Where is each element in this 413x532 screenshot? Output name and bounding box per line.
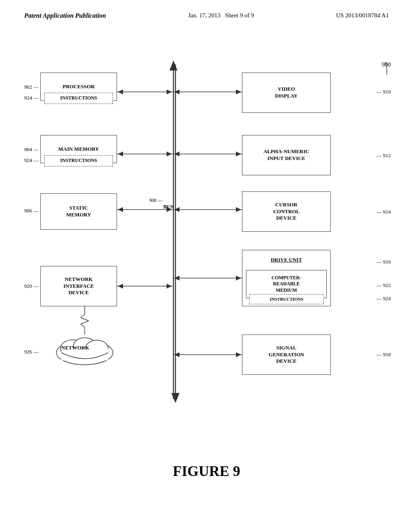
- svg-line-32: [81, 314, 85, 318]
- ref-900: 900: [382, 61, 391, 68]
- svg-marker-8: [118, 152, 123, 156]
- alpha-numeric-label: ALPHA-NUMERICINPUT DEVICE: [263, 148, 309, 162]
- ref-924-drive: — 924: [376, 295, 391, 302]
- ref-920: 920 —: [24, 283, 39, 289]
- drive-unit-box: DRIVE UNIT: [242, 250, 331, 270]
- svg-marker-15: [167, 284, 172, 289]
- page-header: Patent Application Publication Jan. 17, …: [0, 0, 413, 19]
- network-interface-box: NETWORKINTERFACEDEVICE: [40, 266, 117, 306]
- cursor-control-box: CURSORCONTROLDEVICE: [242, 191, 331, 232]
- svg-marker-11: [118, 207, 123, 212]
- figure-caption: FIGURE 9: [0, 463, 413, 480]
- alpha-numeric-box: ALPHA-NUMERICINPUT DEVICE: [242, 135, 331, 175]
- svg-marker-14: [118, 284, 123, 289]
- main-memory-instructions-box: INSTRUCTIONS: [44, 155, 113, 166]
- ref-910: — 910: [376, 89, 391, 95]
- ref-908: 908 —: [149, 197, 163, 204]
- static-memory-label: STATICMEMORY: [66, 205, 91, 218]
- svg-line-34: [81, 321, 89, 324]
- ref-926: 926 —: [24, 349, 39, 355]
- processor-instructions-label: INSTRUCTIONS: [60, 95, 97, 102]
- svg-marker-17: [236, 89, 241, 94]
- video-display-box: VIDEODISPLAY: [242, 73, 331, 113]
- ref-902: 902 —: [24, 84, 39, 90]
- signal-gen-label: SIGNALGENERATIONDEVICE: [269, 345, 304, 365]
- date-sheet-label: Jan. 17, 2013 Sheet 9 of 9: [188, 12, 254, 19]
- svg-marker-3: [171, 393, 179, 403]
- ref-914: — 914: [376, 209, 391, 215]
- ref-906: 906 —: [24, 208, 39, 214]
- ref-912: — 912: [376, 152, 391, 159]
- svg-marker-30: [174, 352, 179, 357]
- drive-instructions-box: INSTRUCTIONS: [249, 294, 324, 304]
- static-memory-box: STATICMEMORY: [40, 193, 117, 230]
- svg-marker-24: [174, 207, 179, 212]
- network-label: NETWORK: [61, 345, 89, 351]
- ref-916: — 916: [376, 259, 391, 265]
- svg-marker-26: [236, 276, 241, 281]
- svg-line-35: [81, 324, 85, 327]
- diagram-area: 900 PROCESSOR INSTRUCTIONS 902 — 924 — M…: [0, 48, 413, 492]
- patent-number-label: US 2013/0018784 A1: [336, 12, 389, 19]
- svg-marker-1: [169, 60, 177, 71]
- ref-924-proc: 924 —: [24, 95, 39, 101]
- cursor-control-label: CURSORCONTROLDEVICE: [273, 202, 300, 222]
- processor-instructions-box: INSTRUCTIONS: [44, 93, 113, 104]
- svg-marker-27: [174, 276, 179, 281]
- svg-marker-23: [236, 207, 241, 212]
- svg-marker-18: [174, 89, 179, 94]
- svg-line-33: [81, 318, 89, 321]
- ref-918: — 918: [376, 351, 391, 358]
- svg-marker-6: [167, 89, 172, 94]
- bus-label: BUS: [163, 204, 173, 210]
- signal-gen-box: SIGNALGENERATIONDEVICE: [242, 335, 331, 375]
- svg-marker-29: [236, 352, 241, 357]
- ref-924-mem: 924 —: [24, 157, 39, 164]
- svg-marker-20: [236, 152, 241, 156]
- publication-label: Patent Application Publication: [24, 12, 106, 19]
- ref-904: 904 —: [24, 146, 39, 153]
- svg-marker-5: [118, 89, 123, 94]
- svg-marker-21: [174, 152, 179, 156]
- drive-unit-label: DRIVE UNIT: [271, 257, 302, 264]
- video-display-label: VIDEODISPLAY: [275, 86, 298, 100]
- network-interface-label: NETWORKINTERFACEDEVICE: [63, 276, 94, 297]
- main-memory-label: MAIN MEMORY: [58, 146, 99, 153]
- ref-922: — 922: [376, 282, 391, 289]
- processor-label: PROCESSOR: [63, 83, 94, 90]
- svg-marker-9: [167, 152, 172, 156]
- drive-instructions-label: INSTRUCTIONS: [270, 296, 304, 302]
- computer-readable-label: COMPUTER-READABLEMEDIUM: [271, 275, 301, 294]
- main-memory-instructions-label: INSTRUCTIONS: [60, 158, 97, 164]
